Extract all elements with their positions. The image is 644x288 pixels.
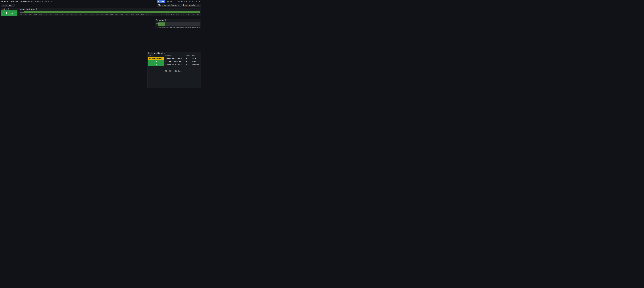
tick-label: 10:10 [146, 14, 149, 15]
breadcrumb-current: System Health by Service [31, 1, 49, 3]
tick-label: 08:00 [177, 27, 180, 28]
chevron-right-icon: › [9, 1, 9, 2]
fire-icon: 🔥 [185, 5, 187, 6]
tick-label: 11:30 [197, 27, 200, 28]
gear-icon[interactable] [170, 0, 173, 3]
tick-label: 11:30 [186, 14, 189, 15]
uptime-suffix: % [12, 13, 13, 15]
no-data-message: No Alerts Defined [165, 70, 183, 73]
panel-menu-icon[interactable] [198, 52, 200, 54]
link-service-overview[interactable]: 🔥 Service Overview [182, 4, 201, 7]
time-range-button[interactable]: Last 6 hours [173, 1, 188, 3]
info-icon[interactable] [36, 8, 37, 10]
chevron-up-icon[interactable] [198, 0, 201, 3]
tick-label: 07:00 [50, 14, 52, 15]
svg-rect-16 [183, 5, 184, 6]
panel-header[interactable]: Historical Health Status [18, 8, 201, 11]
tick-label: 08:30 [180, 27, 183, 28]
tick-label: 09:50 [136, 14, 138, 15]
panel-title: Firing alerts [156, 19, 164, 21]
link-label: System Health Dashboards [160, 4, 179, 6]
svg-point-7 [171, 1, 172, 2]
tick-label: 09:00 [183, 27, 186, 28]
panel-title: Uptime [2, 8, 7, 10]
svg-rect-15 [184, 5, 184, 5]
panel-firing-alerts: Firing alerts No Alerts Defined 06:0006:… [155, 19, 201, 28]
svg-rect-6 [168, 2, 169, 2]
tick-label: 08:40 [100, 14, 103, 15]
add-button[interactable]: Add [157, 0, 166, 3]
topbar: Home › Dashboards › System Health › Syst… [0, 0, 202, 3]
series-label-no-alerts: No Alerts Defined [156, 22, 165, 26]
uptime-value: 100 [6, 11, 12, 15]
tick-label: 08:50 [105, 14, 108, 15]
series-label-healthy: Healthy [19, 11, 24, 13]
panel-header[interactable]: Uptime [1, 8, 18, 11]
info-icon[interactable] [8, 8, 9, 10]
dashboard-grid: Uptime 100% Historical Health Status Hea… [0, 7, 202, 89]
breadcrumb-home[interactable]: Home [4, 1, 8, 3]
tick-label: 10:00 [141, 14, 144, 15]
link-system-health-dashboards[interactable]: System Health Dashboards [157, 4, 181, 7]
breadcrumb-dashboards[interactable]: Dashboards [10, 1, 18, 3]
tick-label: 09:40 [130, 14, 134, 15]
variable-label-service: service [1, 4, 8, 7]
tick-label: 10:00 [188, 27, 192, 28]
star-icon[interactable] [49, 0, 52, 3]
tick-label: 06:50 [44, 14, 48, 15]
tick-label: 08:30 [95, 14, 98, 15]
tick-label: 11:00 [171, 14, 174, 15]
variable-select-service[interactable]: rms [8, 4, 14, 7]
historical-chart: Healthy 06:0006:1006:2006:3006:4006:5007… [18, 11, 201, 16]
tick-label: 11:10 [176, 14, 179, 15]
tick-label: 10:50 [166, 14, 169, 15]
tick-label: 07:40 [70, 14, 73, 15]
zoom-out-icon[interactable] [188, 0, 192, 3]
tick-label: 06:00 [19, 14, 22, 15]
menu-icon[interactable] [1, 0, 4, 3]
tick-label: 07:30 [65, 14, 68, 15]
panel-header[interactable]: Firing alerts [155, 19, 201, 22]
uptime-value-box: 100% [1, 11, 18, 16]
variable-row: service rms System Health Dashboards 🔥 S… [0, 3, 202, 7]
tick-label: 07:50 [75, 14, 78, 15]
time-range-label: Last 6 hours [177, 1, 185, 3]
svg-rect-3 [167, 1, 168, 2]
info-icon[interactable] [165, 19, 166, 21]
tick-label: 09:30 [186, 27, 188, 28]
timeline-ticks: 06:0006:3007:0007:3008:0008:3009:0009:30… [156, 27, 200, 28]
link-label: Service Overview [188, 4, 200, 6]
svg-rect-12 [158, 5, 159, 6]
variable-value: rms [9, 4, 12, 6]
svg-point-24 [199, 54, 200, 54]
topbar-right: Add Last 6 hours [157, 0, 201, 3]
tick-label: 06:40 [40, 14, 42, 15]
svg-rect-4 [168, 1, 169, 2]
svg-rect-14 [183, 5, 184, 5]
tick-label: 11:20 [181, 14, 184, 15]
tick-label: 08:10 [85, 14, 88, 15]
tick-label: 10:20 [151, 14, 154, 15]
tick-label: 11:40 [192, 14, 194, 15]
panel-uptime: Uptime 100% [1, 8, 18, 16]
breadcrumb-system-health[interactable]: System Health [20, 1, 30, 3]
health-bar [24, 11, 200, 13]
firing-chart: No Alerts Defined 06:0006:3007:0007:3008… [155, 22, 201, 28]
grid-icon[interactable] [166, 0, 170, 3]
tick-label: 06:00 [165, 27, 168, 28]
refresh-icon[interactable] [192, 0, 195, 3]
tick-label: 08:00 [80, 14, 83, 15]
tick-label: 06:30 [168, 27, 171, 28]
tick-label: 10:30 [156, 14, 159, 15]
timeline-ticks: 06:0006:1006:2006:3006:4006:5007:0007:10… [19, 14, 200, 15]
panel-header[interactable]: Service Level Objectives [148, 52, 201, 54]
share-icon[interactable] [53, 0, 56, 3]
svg-point-22 [199, 52, 200, 53]
tick-label: 06:10 [24, 14, 27, 15]
svg-rect-10 [158, 5, 159, 5]
tick-label: 11:00 [194, 27, 197, 28]
panel-historical-health: Historical Health Status Healthy 06:0006… [18, 8, 201, 16]
refresh-interval-caret[interactable] [195, 0, 198, 3]
tick-label: 08:20 [90, 14, 93, 15]
tick-label: 09:30 [126, 14, 128, 15]
